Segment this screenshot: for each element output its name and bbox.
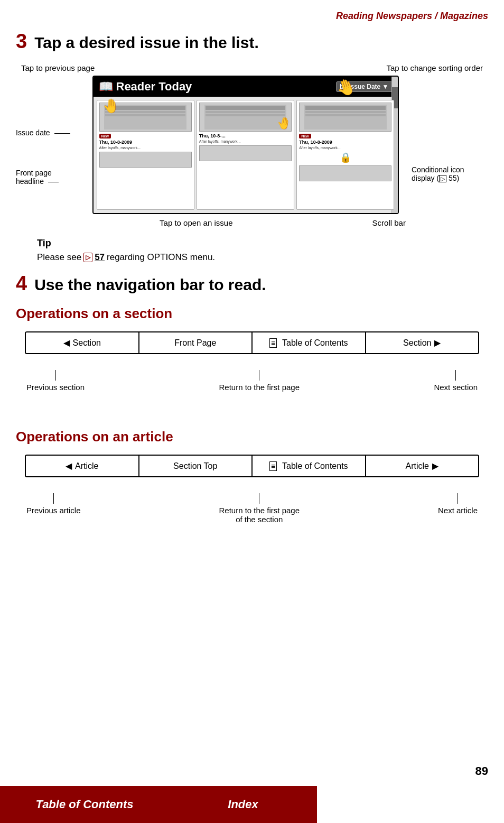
- return-section-label-group: Return to the first pageof the section: [219, 493, 300, 524]
- conditional-label: Conditional icon display (▷ 55): [406, 76, 488, 182]
- reader-logo: 📖 Reader Today: [99, 80, 192, 94]
- operations-section-heading: Operations on a section: [16, 306, 488, 322]
- step3-text: Tap a desired issue in the list.: [34, 34, 259, 52]
- reader-title: Reader Today: [116, 80, 192, 94]
- reader-content: 🤚 New Thu, 10-8-2009 After layoffs, man: [94, 97, 398, 213]
- issue-headline-3: After layoffs, manywork...: [299, 146, 391, 150]
- issue-thumb-bottom-3: [299, 165, 391, 181]
- step4-text: Use the navigation bar to read.: [34, 276, 266, 294]
- step3-number: 3: [16, 31, 27, 51]
- step4-heading: 4 Use the navigation bar to read.: [16, 273, 488, 294]
- issue-card-2[interactable]: 🤚 Thu, 10-8-... After layoffs, manywork.…: [197, 100, 294, 210]
- article-prev-button[interactable]: ◀ Article: [26, 456, 139, 476]
- left-arrow-article-icon: ◀: [66, 461, 72, 471]
- toc-button[interactable]: ≡ Table of Contents: [253, 332, 366, 353]
- footer-toc-button[interactable]: Table of Contents: [0, 786, 169, 823]
- left-labels: Issue date Front pageheadline: [16, 76, 85, 186]
- diagram-bottom-labels: Tap to open an issue Scroll bar: [90, 218, 475, 227]
- issue-thumb-bottom-1: [99, 152, 192, 168]
- toc-article-button[interactable]: ≡ Table of Contents: [253, 456, 366, 476]
- hand-tap-icon: 🤚: [102, 98, 119, 114]
- footer: Table of Contents Index: [0, 786, 504, 823]
- return-first-label-group: Return to the first page: [219, 370, 300, 392]
- lock-icon: 🔒: [299, 152, 391, 163]
- hand-sort-icon: 🤚: [333, 76, 358, 99]
- section-prev-button[interactable]: ◀ Section: [26, 332, 139, 353]
- issue-headline-2: After layoffs, manywork...: [199, 140, 292, 143]
- tip-title: Tip: [37, 238, 488, 249]
- issue-card-3[interactable]: New Thu, 10-8-2009 After layoffs, manywo…: [296, 100, 394, 210]
- issue-date-1: Thu, 10-8-2009: [99, 140, 192, 145]
- next-section-label-group: Next section: [434, 370, 478, 392]
- prev-section-label-group: Previous section: [26, 370, 85, 392]
- operations-article-heading: Operations on an article: [16, 429, 488, 445]
- issue-date-2: Thu, 10-8-...: [199, 133, 292, 138]
- article-nav-bar: ◀ Article Section Top ≡ Table of Content…: [25, 455, 479, 477]
- front-page-button[interactable]: Front Page: [139, 332, 253, 353]
- new-badge-1: New: [99, 134, 111, 138]
- book-icon: 📖: [99, 80, 113, 94]
- page: Reading Newspapers / Magazines 3 Tap a d…: [0, 0, 504, 823]
- prev-article-label-group: Previous article: [26, 493, 81, 524]
- new-badge-3: New: [299, 134, 311, 138]
- ref-number[interactable]: 57: [95, 252, 105, 263]
- section-top-button[interactable]: Section Top: [139, 456, 253, 476]
- article-next-button[interactable]: Article ▶: [366, 456, 479, 476]
- article-labels: Previous article Return to the first pag…: [16, 493, 488, 524]
- tap-open-label: Tap to open an issue: [160, 218, 232, 227]
- diagram-top-labels: Tap to previous page Tap to change sorti…: [16, 63, 488, 72]
- article-nav-wrapper: ◀ Article Section Top ≡ Table of Content…: [16, 455, 488, 524]
- hand-swipe-icon: 🤚: [276, 115, 292, 131]
- toc-icon: ≡: [269, 338, 277, 348]
- newspaper-thumb-3: [299, 103, 391, 132]
- issue-headline-1: After layoffs, manywork...: [99, 146, 192, 150]
- tap-sorting-label: Tap to change sorting order: [386, 63, 483, 72]
- step3-diagram: Tap to previous page Tap to change sorti…: [16, 63, 488, 227]
- toc-article-icon: ≡: [269, 461, 277, 471]
- header-title: Reading Newspapers / Magazines: [336, 11, 488, 21]
- issue-date-3: Thu, 10-8-2009: [299, 140, 391, 145]
- section-nav-wrapper: ◀ Section Front Page ≡ Table of Contents…: [16, 331, 488, 392]
- ref-icon: ▷: [83, 253, 92, 262]
- step4-number: 4: [16, 273, 27, 293]
- footer-index-button[interactable]: Index: [169, 786, 317, 823]
- left-arrow-icon: ◀: [63, 338, 70, 348]
- tip-text: Please see ▷ 57 regarding OPTIONS menu.: [37, 252, 488, 263]
- next-article-label-group: Next article: [438, 493, 478, 524]
- page-number: 89: [475, 764, 488, 778]
- section-nav-bar: ◀ Section Front Page ≡ Table of Contents…: [25, 331, 479, 354]
- issue-thumb-bottom-2: [199, 145, 292, 161]
- front-page-label: Front pageheadline: [16, 169, 85, 186]
- section-next-button[interactable]: Section ▶: [366, 332, 479, 353]
- section-labels: Previous section Return to the first pag…: [16, 370, 488, 392]
- scroll-bar-label: Scroll bar: [372, 218, 406, 227]
- issue-card-1[interactable]: 🤚 New Thu, 10-8-2009 After layoffs, man: [97, 100, 194, 210]
- tap-previous-label: Tap to previous page: [21, 63, 95, 72]
- reader-header: 📖 Reader Today by Issue Date ▼ 🤚: [94, 77, 398, 97]
- page-header: Reading Newspapers / Magazines: [16, 11, 488, 22]
- right-arrow-article-icon: ▶: [432, 461, 438, 471]
- issue-date-label: Issue date: [16, 128, 85, 137]
- step3-heading: 3 Tap a desired issue in the list.: [16, 31, 488, 52]
- tip-section: Tip Please see ▷ 57 regarding OPTIONS me…: [37, 238, 488, 263]
- right-arrow-icon: ▶: [434, 338, 441, 348]
- reader-screen: 📖 Reader Today by Issue Date ▼ 🤚 🤚: [92, 76, 399, 214]
